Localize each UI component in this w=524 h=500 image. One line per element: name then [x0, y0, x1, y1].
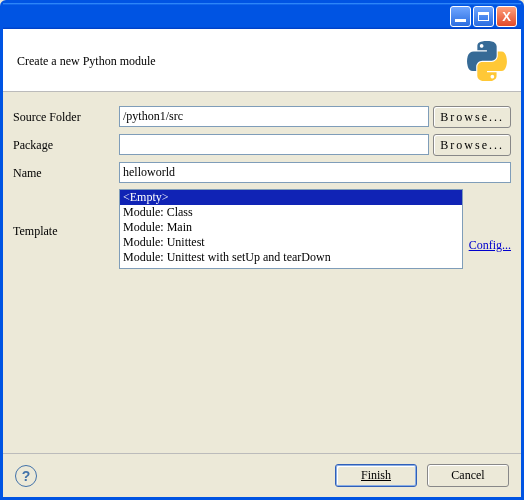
help-icon[interactable]: ? — [15, 465, 37, 487]
template-item[interactable]: <Empty> — [120, 190, 462, 205]
config-link[interactable]: Config... — [469, 206, 511, 253]
finish-button[interactable]: Finish — [335, 464, 417, 487]
template-list[interactable]: <Empty>Module: ClassModule: MainModule: … — [119, 189, 463, 269]
dialog-subtitle: Create a new Python module — [17, 54, 156, 69]
source-folder-input[interactable] — [119, 106, 429, 127]
template-item[interactable]: Module: Unittest with setUp and tearDown — [120, 250, 462, 265]
python-icon — [467, 41, 507, 81]
maximize-button[interactable] — [473, 6, 494, 27]
titlebar: X — [3, 3, 521, 29]
source-folder-label: Source Folder — [13, 106, 119, 125]
template-item[interactable]: Module: Unittest — [120, 235, 462, 250]
package-label: Package — [13, 134, 119, 153]
dialog-window: X Create a new Python module Source Fold… — [0, 0, 524, 500]
close-button[interactable]: X — [496, 6, 517, 27]
minimize-button[interactable] — [450, 6, 471, 27]
dialog-footer: ? Finish Cancel — [3, 453, 521, 497]
package-input[interactable] — [119, 134, 429, 155]
name-input[interactable] — [119, 162, 511, 183]
package-browse-button[interactable]: Browse... — [433, 134, 511, 156]
name-label: Name — [13, 162, 119, 181]
dialog-header: Create a new Python module — [3, 29, 521, 92]
source-folder-browse-button[interactable]: Browse... — [433, 106, 511, 128]
cancel-button[interactable]: Cancel — [427, 464, 509, 487]
template-label: Template — [13, 220, 119, 239]
template-item[interactable]: Module: Main — [120, 220, 462, 235]
form-area: Source Folder Browse... Package Browse..… — [3, 92, 521, 453]
template-item[interactable]: Module: Class — [120, 205, 462, 220]
